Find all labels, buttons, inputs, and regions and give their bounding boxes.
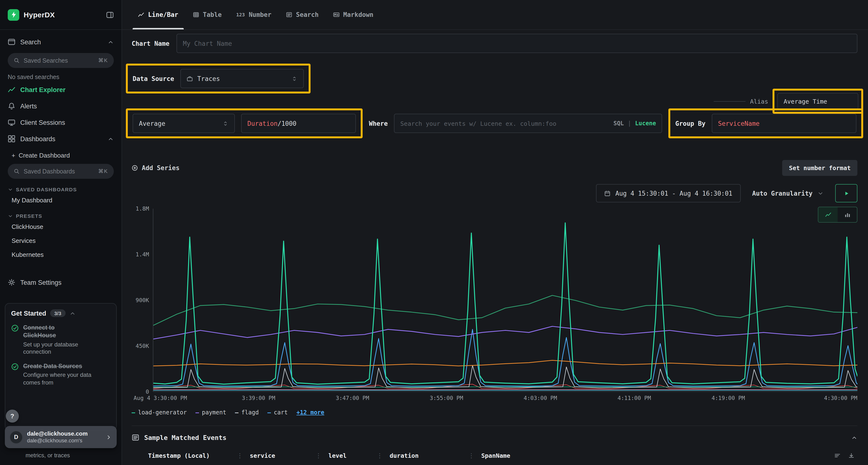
where-label: Where: [369, 120, 388, 127]
chart-name-placeholder: My Chart Name: [183, 40, 232, 47]
get-started-item-connect[interactable]: Connect to ClickHouse Set up your databa…: [11, 324, 111, 356]
group-by-label: Group By: [675, 120, 706, 127]
number-123-icon: 123: [236, 12, 245, 18]
sidebar-item-my-dashboard[interactable]: My Dashboard: [0, 193, 122, 207]
column-grip-icon[interactable]: ⋮: [377, 452, 383, 459]
sidebar-item-chart-explorer[interactable]: Chart Explorer: [0, 81, 122, 98]
x-axis-labels: Aug 4 3:30:00 PM3:39:00 PM3:47:00 PM3:55…: [153, 392, 858, 403]
sidebar-item-team-settings[interactable]: Team Settings: [0, 274, 122, 291]
alias-input[interactable]: Average Time: [777, 93, 858, 109]
set-number-format-button[interactable]: Set number format: [782, 160, 858, 176]
add-series-button[interactable]: Add Series: [132, 164, 180, 171]
collapse-sidebar-icon[interactable]: [106, 11, 114, 19]
create-dashboard-button[interactable]: + Create Dashboard: [0, 147, 122, 161]
tab-table[interactable]: Table: [185, 0, 229, 29]
user-team: dale@clickhouse.com's: [27, 437, 101, 444]
sql-mode-toggle[interactable]: SQL: [613, 120, 624, 127]
sidebar-item-client-sessions[interactable]: Client Sessions: [0, 114, 122, 131]
table-options-icon[interactable]: [834, 453, 840, 459]
column-timestamp[interactable]: Timestamp (Local): [138, 452, 237, 459]
legend-more-link[interactable]: +12 more: [296, 409, 324, 416]
events-table-header: Timestamp (Local) ⋮service ⋮level ⋮durat…: [132, 452, 858, 459]
tab-search[interactable]: Search: [279, 0, 326, 29]
add-series-label: Add Series: [142, 164, 180, 171]
lucene-mode-toggle[interactable]: Lucene: [635, 120, 656, 127]
field-expr-suffix: /1000: [278, 120, 296, 127]
tab-line-bar[interactable]: Line/Bar: [131, 0, 185, 29]
run-query-button[interactable]: [835, 184, 858, 202]
granularity-select[interactable]: Auto Granularity: [749, 190, 827, 197]
data-source-value: Traces: [197, 75, 220, 82]
sample-events-header[interactable]: Sample Matched Events: [132, 434, 858, 441]
chart-explorer-label: Chart Explorer: [20, 86, 114, 93]
saved-dashboards-input[interactable]: Saved Dashboards ⌘K: [8, 164, 114, 179]
aggregation-select[interactable]: Average: [133, 114, 235, 133]
saved-searches-input[interactable]: Saved Searches ⌘K: [8, 53, 114, 68]
presets-group[interactable]: PRESETS: [0, 207, 122, 220]
search-list-icon: [286, 11, 292, 18]
tab-number[interactable]: 123 Number: [229, 0, 279, 29]
get-started-item-title: Create Data Sources: [23, 362, 99, 370]
sidebar-section-dashboards[interactable]: Dashboards: [0, 131, 122, 147]
search-section-label: Search: [20, 38, 103, 45]
get-started-item-datasources[interactable]: Create Data Sources Configure where your…: [11, 362, 111, 387]
group-by-input[interactable]: ServiceName: [712, 114, 857, 133]
legend-item[interactable]: —payment: [195, 409, 226, 416]
data-source-select[interactable]: Traces: [180, 69, 304, 88]
table-icon: [193, 11, 199, 18]
play-icon: [843, 190, 849, 196]
bar-view-button[interactable]: [838, 207, 857, 222]
column-label: duration: [390, 452, 418, 459]
chart-name-label: Chart Name: [132, 40, 169, 47]
alias-connector-line: [714, 101, 746, 101]
chevron-up-icon: [107, 136, 114, 142]
column-level[interactable]: ⋮level: [315, 452, 377, 459]
chart-name-input[interactable]: My Chart Name: [177, 34, 858, 53]
column-service[interactable]: ⋮service: [237, 452, 315, 459]
chart-plot-area[interactable]: [153, 209, 858, 392]
no-saved-searches-text: No saved searches: [0, 70, 122, 81]
check-circle-icon: [11, 363, 19, 371]
alerts-label: Alerts: [20, 102, 114, 110]
sidebar-item-clickhouse[interactable]: ClickHouse: [0, 220, 122, 234]
user-menu[interactable]: D dale@clickhouse.com dale@clickhouse.co…: [5, 426, 117, 448]
saved-dashboards-placeholder: Saved Dashboards: [24, 168, 94, 175]
briefcase-icon: [187, 75, 193, 82]
data-source-highlight: Data Source Traces: [126, 64, 311, 94]
download-icon[interactable]: [848, 453, 855, 459]
sidebar-item-kubernetes[interactable]: Kubernetes: [0, 248, 122, 262]
plus-circle-icon: [132, 165, 138, 171]
mode-divider: |: [628, 120, 631, 127]
sidebar-item-services[interactable]: Services: [0, 234, 122, 248]
tab-label: Markdown: [343, 11, 373, 18]
column-grip-icon[interactable]: ⋮: [315, 452, 322, 459]
chevron-up-icon[interactable]: [851, 434, 858, 441]
column-label: SpanName: [481, 452, 510, 459]
aggregation-highlight: Average Duration/1000: [126, 108, 363, 138]
data-source-label: Data Source: [133, 75, 174, 82]
line-view-button[interactable]: [818, 207, 838, 222]
legend-item[interactable]: —flagd: [235, 409, 259, 416]
chevron-up-icon[interactable]: [69, 310, 76, 317]
search-icon: [13, 57, 20, 64]
chart-card: Aug 4 15:30:01 - Aug 4 16:30:01 Auto Gra…: [132, 184, 858, 416]
shortcut-badge: ⌘K: [98, 57, 108, 64]
tab-markdown[interactable]: Markdown: [326, 0, 381, 29]
legend-item[interactable]: —cart: [268, 409, 288, 416]
chevron-down-icon: [8, 187, 13, 192]
field-expression-input[interactable]: Duration/1000: [241, 114, 356, 133]
column-grip-icon[interactable]: ⋮: [237, 452, 243, 459]
sidebar-item-alerts[interactable]: Alerts: [0, 98, 122, 114]
date-range-picker[interactable]: Aug 4 15:30:01 - Aug 4 16:30:01: [596, 184, 740, 202]
brand-title: HyperDX: [24, 10, 102, 19]
column-grip-icon[interactable]: ⋮: [468, 452, 474, 459]
help-button[interactable]: ?: [6, 409, 19, 423]
legend-item[interactable]: —load-generator: [132, 409, 187, 416]
column-spanname[interactable]: ⋮SpanName: [468, 452, 834, 459]
sidebar-section-search[interactable]: Search: [0, 34, 122, 50]
tab-label: Line/Bar: [148, 11, 178, 18]
sidebar: HyperDX Search Saved Searches ⌘K No save…: [0, 0, 122, 465]
avatar: D: [10, 431, 23, 443]
column-duration[interactable]: ⋮duration: [377, 452, 468, 459]
saved-dashboards-group[interactable]: SAVED DASHBOARDS: [0, 181, 122, 193]
